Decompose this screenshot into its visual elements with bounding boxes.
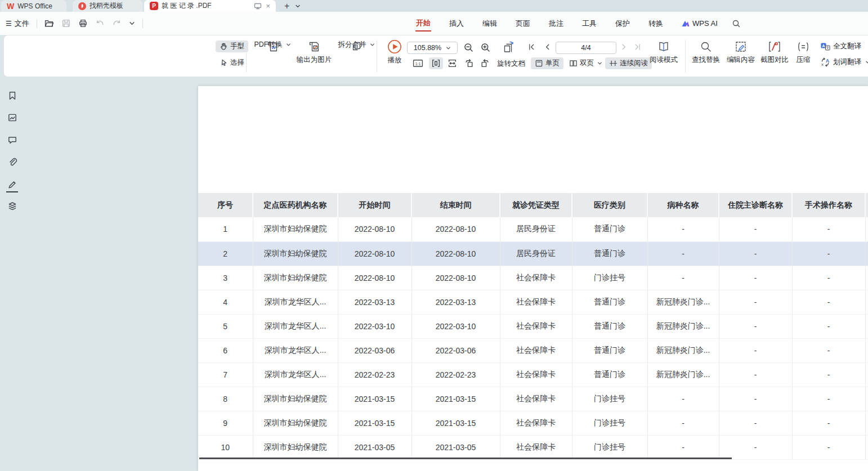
fit-width-button[interactable]	[429, 57, 443, 69]
pdf-convert-button[interactable]: W PDF转换	[252, 40, 293, 53]
open-file-icon[interactable]	[44, 19, 54, 28]
find-replace-button[interactable]: 查找替换	[688, 40, 723, 65]
read-mode-button[interactable]: 阅读模式	[647, 40, 681, 65]
screenshot-compare-label: 截图对比	[760, 55, 789, 65]
menu-wps-ai[interactable]: WPS AI	[681, 19, 718, 28]
double-page-button[interactable]: 双页	[567, 57, 605, 69]
full-translate-button[interactable]: A文 全文翻译	[820, 42, 861, 51]
layers-icon[interactable]	[7, 201, 17, 212]
first-page-button[interactable]	[527, 43, 536, 51]
zoom-out-icon	[463, 42, 474, 53]
table-row: 4深圳市龙华区人...2022-03-132022-03-13社会保障卡普通门诊…	[198, 290, 868, 314]
page-indicator-field[interactable]	[556, 42, 616, 54]
svg-text:文: 文	[826, 46, 829, 50]
column-header: 就诊凭证类型	[500, 193, 572, 217]
compress-icon	[797, 40, 810, 53]
page-indicator-input[interactable]	[556, 44, 616, 52]
split-merge-button[interactable]: 拆分合并	[336, 40, 377, 53]
menu-tools[interactable]: 工具	[581, 16, 597, 31]
file-menu-button[interactable]: ☰ 文件	[6, 19, 29, 29]
signature-pen-icon[interactable]	[7, 180, 17, 190]
table-cell: 普通门诊	[572, 362, 647, 387]
edit-content-button[interactable]: 编辑内容	[723, 40, 758, 65]
first-page-icon	[527, 43, 536, 51]
continuous-read-button[interactable]: 连续阅读	[605, 57, 652, 69]
read-mode-label: 阅读模式	[650, 55, 678, 65]
new-tab-icon[interactable]: +	[284, 2, 289, 11]
prev-page-icon	[543, 43, 552, 51]
thumbnail-icon[interactable]	[7, 113, 17, 123]
menu-home[interactable]: 开始	[415, 16, 431, 32]
actual-size-button[interactable]: 1:1	[413, 59, 423, 68]
quickbar-chevron-icon[interactable]	[129, 20, 135, 26]
select-tool-button[interactable]: 选择	[216, 57, 248, 69]
table-cell: -	[792, 217, 865, 241]
play-label: 播放	[388, 56, 402, 65]
word-translate-label: 划词翻译	[833, 57, 861, 67]
bookmark-icon[interactable]	[7, 91, 17, 101]
zoom-in-button[interactable]	[480, 42, 491, 53]
tab-docer-template[interactable]: 找稻壳模板	[73, 0, 142, 12]
monitor-icon[interactable]	[253, 2, 262, 11]
table-cell: -	[647, 217, 719, 241]
tab-document[interactable]: P 就 医 记 录 .PDF ×	[144, 0, 276, 12]
rotate-right-button[interactable]	[480, 59, 490, 68]
table-cell: 居民身份证	[500, 241, 572, 266]
menu-page[interactable]: 页面	[515, 16, 531, 31]
screenshot-compare-button[interactable]: 截图对比	[757, 40, 792, 65]
single-page-button[interactable]: 单页	[531, 57, 563, 69]
table-cell: -	[647, 241, 719, 266]
single-page-label: 单页	[545, 59, 560, 68]
table-cell: 普通门诊	[572, 338, 647, 362]
menu-edit[interactable]: 编辑	[482, 16, 498, 31]
column-header: 病种名称	[647, 193, 719, 217]
rotate-left-button[interactable]	[464, 59, 474, 68]
play-button[interactable]: 播放	[382, 39, 408, 65]
word-translate-button[interactable]: xA 划词翻译	[820, 57, 868, 67]
prev-page-button[interactable]	[543, 43, 552, 51]
tab-list-chevron-icon[interactable]	[295, 3, 301, 9]
table-cell: 2021-03-05	[338, 435, 411, 459]
table-cell: -	[719, 362, 792, 387]
attachment-icon[interactable]	[7, 157, 17, 167]
hand-tool-button[interactable]: 手型	[216, 41, 248, 52]
tab-wps-home[interactable]: W WPS Office	[1, 0, 66, 12]
table-cell: 2021-03-15	[338, 411, 411, 435]
table-cell: 普通门诊	[572, 290, 647, 314]
hand-tool-label: 手型	[230, 42, 244, 51]
export-image-button[interactable]: 输出为图片	[293, 40, 335, 65]
table-cell: 普通门诊	[572, 314, 647, 338]
table-cell: 9	[198, 411, 253, 435]
continuous-read-icon	[609, 59, 618, 68]
menu-protect[interactable]: 保护	[615, 16, 630, 31]
next-page-button[interactable]	[620, 43, 628, 51]
menu-convert[interactable]: 转换	[648, 16, 664, 31]
column-header: 定点医药机构名称	[253, 193, 338, 217]
zoom-out-button[interactable]	[463, 42, 474, 53]
table-cell-cut	[865, 266, 868, 290]
zoom-level-select[interactable]: 105.88%	[407, 42, 458, 54]
table-cell: -	[647, 435, 719, 459]
single-page-icon	[535, 59, 543, 68]
menu-search-icon[interactable]	[732, 19, 741, 28]
fit-page-button[interactable]	[448, 59, 457, 68]
close-tab-icon[interactable]: ×	[266, 2, 270, 10]
table-cell: 新冠肺炎门诊...	[647, 314, 719, 338]
table-cell-cut	[865, 241, 868, 266]
redo-icon[interactable]	[112, 19, 122, 28]
table-cell: 新冠肺炎门诊...	[647, 290, 719, 314]
table-cell: 5	[198, 314, 253, 338]
compress-button[interactable]: 压缩	[791, 40, 816, 65]
last-page-button[interactable]	[633, 43, 642, 51]
undo-icon[interactable]	[95, 19, 105, 28]
comment-icon[interactable]	[7, 135, 17, 145]
fit-pages-button[interactable]	[502, 40, 516, 55]
menu-comment[interactable]: 批注	[548, 16, 564, 31]
print-icon[interactable]	[78, 19, 88, 28]
save-icon[interactable]	[61, 19, 71, 28]
rotate-doc-label[interactable]: 旋转文档	[497, 59, 525, 69]
table-cell-cut	[865, 338, 868, 362]
table-row: 8深圳市妇幼保健院2021-03-152021-03-15社会保障卡门诊挂号--…	[198, 387, 868, 411]
column-header: 住院主诊断名称	[719, 193, 792, 217]
menu-insert[interactable]: 插入	[449, 16, 464, 31]
